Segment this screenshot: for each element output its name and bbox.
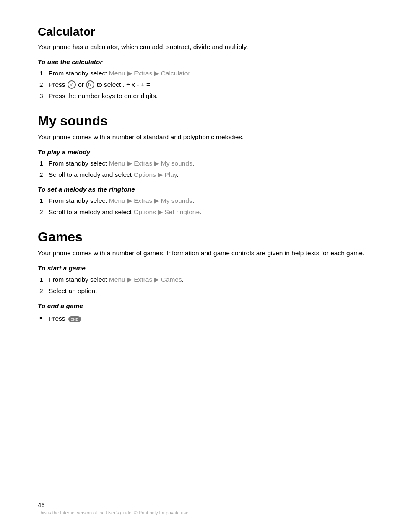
page-footer: 46 This is the Internet version of the U… xyxy=(38,501,366,515)
step-number: 3 xyxy=(39,91,49,101)
step-number: 1 xyxy=(39,158,49,169)
games-description: Your phone comes with a number of games.… xyxy=(38,248,366,258)
step-item: 2 Scroll to a melody and select Options … xyxy=(39,170,366,180)
bullet-item: • Press END . xyxy=(39,312,366,324)
menu-link: Menu ▶ Extras ▶ My sounds xyxy=(109,197,192,204)
step-text: Press the number keys to enter digits. xyxy=(49,91,366,101)
step-item: 1 From standby select Menu ▶ Extras ▶ Ga… xyxy=(39,275,366,285)
mysounds-subsection-play: To play a melody 1 From standby select M… xyxy=(38,148,366,180)
calculator-use-steps: 1 From standby select Menu ▶ Extras ▶ Ca… xyxy=(39,68,366,101)
step-item: 2 Scroll to a melody and select Options … xyxy=(39,207,366,218)
step-number: 2 xyxy=(39,80,49,90)
step-text: Press ◁ or ▷ to select . ÷ x - + =. xyxy=(49,80,366,90)
step-item: 1 From standby select Menu ▶ Extras ▶ My… xyxy=(39,158,366,169)
calculator-title: Calculator xyxy=(38,25,366,39)
step-text: Scroll to a melody and select Options ▶ … xyxy=(49,207,366,218)
step-text: Select an option. xyxy=(49,286,366,296)
games-subsection-start: To start a game 1 From standby select Me… xyxy=(38,265,366,296)
mysounds-ringtone-steps: 1 From standby select Menu ▶ Extras ▶ My… xyxy=(39,196,366,218)
menu-link: Options ▶ Set ringtone xyxy=(133,208,200,215)
step-text: From standby select Menu ▶ Extras ▶ My s… xyxy=(49,158,366,169)
mysounds-description: Your phone comes with a number of standa… xyxy=(38,132,366,142)
games-end-steps: • Press END . xyxy=(39,312,366,324)
mysounds-subsection-ringtone: To set a melody as the ringtone 1 From s… xyxy=(38,186,366,218)
menu-link: Menu ▶ Extras ▶ Calculator xyxy=(109,70,190,77)
svg-text:END: END xyxy=(70,317,79,322)
menu-link: Menu ▶ Extras ▶ Games xyxy=(109,276,182,283)
mysounds-play-title: To play a melody xyxy=(38,148,366,156)
step-number: 2 xyxy=(39,286,49,296)
step-text: From standby select Menu ▶ Extras ▶ Game… xyxy=(49,275,366,285)
step-item: 2 Select an option. xyxy=(39,286,366,296)
mysounds-ringtone-title: To set a melody as the ringtone xyxy=(38,186,366,193)
calculator-subsection-use: To use the calculator 1 From standby sel… xyxy=(38,58,366,101)
mysounds-play-steps: 1 From standby select Menu ▶ Extras ▶ My… xyxy=(39,158,366,180)
step-number: 1 xyxy=(39,196,49,206)
games-start-steps: 1 From standby select Menu ▶ Extras ▶ Ga… xyxy=(39,275,366,296)
left-nav-icon: ◁ xyxy=(68,80,76,89)
games-subsection-end: To end a game • Press END . xyxy=(38,302,366,324)
page-content: Calculator Your phone has a calculator, … xyxy=(0,0,400,370)
step-text: Press END . xyxy=(49,314,366,324)
games-title: Games xyxy=(38,229,366,245)
step-item: 1 From standby select Menu ▶ Extras ▶ Ca… xyxy=(39,68,366,79)
calculator-use-title: To use the calculator xyxy=(38,58,366,66)
step-item: 2 Press ◁ or ▷ to select . ÷ x - + =. xyxy=(39,80,366,90)
games-start-title: To start a game xyxy=(38,265,366,272)
step-item: 3 Press the number keys to enter digits. xyxy=(39,91,366,101)
menu-link: Options ▶ Play xyxy=(133,171,177,178)
step-text: Scroll to a melody and select Options ▶ … xyxy=(49,170,366,180)
step-number: 1 xyxy=(39,68,49,79)
step-text: From standby select Menu ▶ Extras ▶ Calc… xyxy=(49,68,366,79)
menu-link: Menu ▶ Extras ▶ My sounds xyxy=(109,160,192,167)
step-number: 2 xyxy=(39,207,49,218)
step-number: 1 xyxy=(39,275,49,285)
step-item: 1 From standby select Menu ▶ Extras ▶ My… xyxy=(39,196,366,206)
end-call-icon: END xyxy=(68,315,81,323)
calculator-section: Calculator Your phone has a calculator, … xyxy=(38,25,366,101)
games-end-title: To end a game xyxy=(38,302,366,310)
footer-note: This is the Internet version of the User… xyxy=(38,510,366,515)
page-number: 46 xyxy=(38,501,366,509)
step-number: 2 xyxy=(39,170,49,180)
mysounds-section: My sounds Your phone comes with a number… xyxy=(38,113,366,218)
step-text: From standby select Menu ▶ Extras ▶ My s… xyxy=(49,196,366,206)
calculator-description: Your phone has a calculator, which can a… xyxy=(38,42,366,52)
games-section: Games Your phone comes with a number of … xyxy=(38,229,366,324)
mysounds-title: My sounds xyxy=(38,113,366,129)
right-nav-icon: ▷ xyxy=(86,80,94,89)
bullet-symbol: • xyxy=(39,312,49,324)
